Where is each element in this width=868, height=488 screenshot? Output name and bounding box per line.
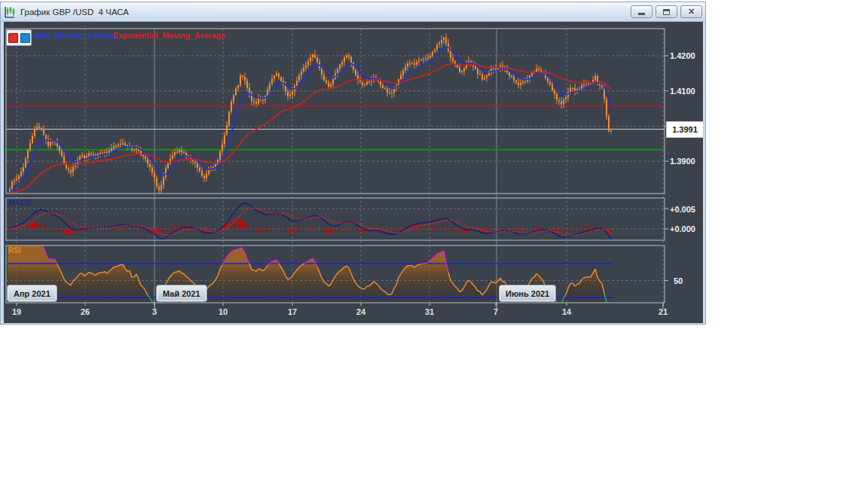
ema-blue-toggle-button[interactable] (20, 33, 30, 43)
chart-window[interactable]: График GBP /USD 4 ЧАСА × Exponential_Mov… (0, 2, 706, 325)
restore-button[interactable] (656, 5, 677, 18)
current-price-badge: 1.3991 (666, 121, 704, 138)
month-tag-may: Май 2021 (157, 285, 206, 301)
indicator-buttons-panel (6, 29, 32, 46)
ema-slow-legend-label: Exponential_Moving_Average (113, 31, 225, 40)
rsi-axis-label-50: 50 (674, 276, 683, 285)
desktop: График GBP /USD 4 ЧАСА × Exponential_Mov… (0, 0, 868, 488)
macd-panel-label: MACD (8, 199, 31, 207)
chart-canvas[interactable] (4, 22, 703, 323)
chart-area[interactable]: Exponential_Moving_Average Exponential_M… (4, 22, 703, 323)
minimize-button[interactable] (631, 5, 653, 18)
time-axis-label: 14 (562, 307, 571, 316)
macd-axis-label-zero: +0.000 (670, 224, 695, 233)
restore-icon (663, 9, 670, 15)
price-axis-label: 1.4200 (670, 51, 695, 60)
time-axis-label: 17 (288, 307, 297, 316)
price-panel-layer (6, 33, 665, 197)
close-button[interactable]: × (680, 5, 702, 18)
time-axis-label: 31 (425, 307, 434, 316)
rsi-panel-layer (6, 240, 665, 310)
window-title: График GBP /USD 4 ЧАСА (20, 8, 129, 17)
time-axis-label: 21 (659, 307, 668, 316)
close-icon: × (688, 8, 694, 15)
macd-axis-label-high: +0.005 (670, 205, 695, 214)
price-axis-label: 1.4100 (670, 87, 695, 96)
time-axis-label: 10 (219, 307, 228, 316)
price-axis-label: 1.3900 (670, 157, 695, 166)
time-axis-label: 7 (494, 307, 498, 316)
month-tag-april: Апр 2021 (8, 285, 57, 301)
minimize-icon (638, 13, 645, 15)
month-tag-june: Июнь 2021 (500, 285, 555, 301)
titlebar[interactable]: График GBP /USD 4 ЧАСА × (1, 2, 705, 22)
time-axis-label: 26 (81, 307, 90, 316)
time-axis-label: 3 (152, 307, 157, 316)
candlestick-chart-icon (4, 6, 16, 18)
rsi-panel-label: RSI (8, 246, 21, 255)
ema-red-toggle-button[interactable] (8, 33, 18, 43)
macd-panel-layer (6, 203, 665, 239)
time-axis-label: 24 (356, 307, 365, 316)
time-axis-label: 19 (12, 307, 21, 316)
